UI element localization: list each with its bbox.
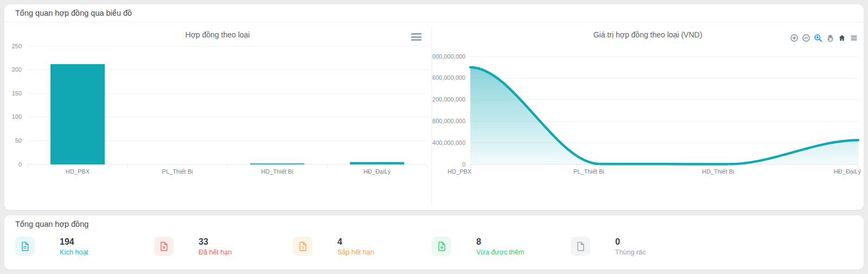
stat-value: 194 <box>60 237 88 247</box>
x-axis-label: HD_PBX <box>448 168 472 175</box>
y-axis-label: 0 <box>18 161 22 168</box>
stat-label: Kích hoạt <box>60 248 88 256</box>
summary-title: Tổng quan hợp đồng <box>4 215 864 233</box>
home-icon[interactable] <box>837 33 846 42</box>
file-x-icon <box>154 237 174 256</box>
chart-title: Hợp đồng theo loại <box>186 30 250 39</box>
file-warning-icon <box>293 237 312 256</box>
dashboard: Tổng quan hợp đồng qua biểu đồ Hợp đồng … <box>0 0 868 274</box>
y-axis-label: 100 <box>12 113 22 120</box>
zoom-in-icon[interactable] <box>789 33 799 42</box>
x-axis-label: PL_Thiết Bị <box>573 168 604 175</box>
chart-title: Giá trị hợp đồng theo loại (VND) <box>593 30 703 39</box>
stat-text: 0Thùng rác <box>615 237 646 256</box>
x-axis-label: PL_Thiết Bị <box>162 168 193 175</box>
stat-value: 8 <box>476 237 524 247</box>
selection-zoom-icon[interactable] <box>813 33 822 42</box>
y-axis-label: 0 <box>462 161 465 168</box>
y-axis-label: 250 <box>12 43 22 49</box>
stat-item-active[interactable]: 194Kích hoạt <box>15 237 154 256</box>
stat-value: 0 <box>615 237 646 247</box>
stats-row: 194Kích hoạt33Đã hết hạn4Sắp hết hạn8Vừa… <box>4 237 864 256</box>
stat-label: Đã hết hạn <box>199 248 232 256</box>
stat-label: Sắp hết hạn <box>337 248 374 256</box>
y-axis-label: 800,000,000 <box>432 118 465 124</box>
y-axis-label: 2,000,000,000 <box>432 53 465 60</box>
file-icon <box>571 237 590 256</box>
stat-text: 8Vừa được thêm <box>476 237 524 256</box>
x-axis-label: HD_Thiết Bị <box>702 168 734 175</box>
y-axis-label: 400,000,000 <box>432 139 465 146</box>
charts-row: Hợp đồng theo loại050100150200250HD_PBXP… <box>4 22 864 210</box>
y-axis-label: 1,200,000,000 <box>432 96 465 103</box>
stat-item-expiring-soon[interactable]: 4Sắp hết hạn <box>293 237 432 256</box>
bar[interactable] <box>50 64 105 164</box>
bar-chart-panel: Hợp đồng theo loại050100150200250HD_PBXP… <box>4 22 431 210</box>
x-axis-label: HĐ_ĐạiLý <box>363 168 391 175</box>
stat-text: 33Đã hết hạn <box>199 237 232 256</box>
stat-value: 33 <box>199 237 232 247</box>
stat-item-newly-added[interactable]: 8Vừa được thêm <box>432 237 571 256</box>
bar[interactable] <box>350 162 404 164</box>
menu-icon[interactable] <box>411 33 422 42</box>
chart-toolbar <box>789 33 858 42</box>
y-axis-label: 150 <box>12 90 22 97</box>
file-plus-icon <box>432 237 451 256</box>
y-axis-label: 1,600,000,000 <box>432 74 465 81</box>
zoom-out-icon[interactable] <box>801 33 810 42</box>
bar[interactable] <box>250 163 304 164</box>
area-chart[interactable]: Giá trị hợp đồng theo loại (VND)0400,000… <box>432 22 864 210</box>
stat-text: 4Sắp hết hạn <box>337 237 374 256</box>
x-axis-label: HD_Thiết Bị <box>261 168 293 175</box>
stat-item-expired[interactable]: 33Đã hết hạn <box>154 237 293 256</box>
stat-text: 194Kích hoạt <box>60 237 88 256</box>
charts-overview-card: Tổng quan hợp đồng qua biểu đồ Hợp đồng … <box>4 4 864 210</box>
contracts-summary-card: Tổng quan hợp đồng 194Kích hoạt33Đã hết … <box>4 215 864 270</box>
stat-value: 4 <box>337 237 374 247</box>
y-axis-label: 50 <box>15 137 22 144</box>
menu-icon[interactable] <box>849 33 858 42</box>
y-axis-label: 200 <box>12 66 22 73</box>
stat-label: Vừa được thêm <box>476 248 524 256</box>
stat-item-trash[interactable]: 0Thùng rác <box>571 237 710 256</box>
stat-label: Thùng rác <box>615 248 646 256</box>
x-axis-label: HĐ_ĐạiLý <box>834 168 861 175</box>
x-axis-label: HD_PBX <box>66 168 90 175</box>
charts-section-title: Tổng quan hợp đồng qua biểu đồ <box>4 4 864 22</box>
bar-chart[interactable]: Hợp đồng theo loại050100150200250HD_PBXP… <box>4 22 431 210</box>
file-lines-icon <box>15 237 35 256</box>
pan-icon[interactable] <box>825 33 834 42</box>
area-chart-panel: Giá trị hợp đồng theo loại (VND)0400,000… <box>432 22 864 210</box>
